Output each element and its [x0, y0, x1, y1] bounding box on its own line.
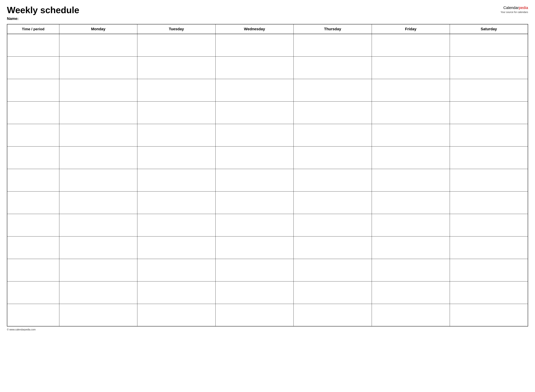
schedule-cell [450, 259, 528, 281]
schedule-cell [372, 34, 450, 56]
schedule-cell [450, 34, 528, 56]
table-row [7, 124, 528, 146]
schedule-cell [137, 191, 216, 214]
table-row [7, 214, 528, 236]
schedule-cell [59, 191, 137, 214]
schedule-cell [216, 56, 294, 79]
schedule-cell [294, 34, 372, 56]
schedule-cell [294, 304, 372, 326]
schedule-cell [294, 146, 372, 169]
schedule-cell [450, 191, 528, 214]
schedule-cell [450, 101, 528, 124]
schedule-cell [450, 214, 528, 236]
schedule-cell [216, 101, 294, 124]
schedule-cell [294, 259, 372, 281]
schedule-cell [294, 214, 372, 236]
schedule-cell [59, 146, 137, 169]
schedule-cell [450, 281, 528, 304]
time-cell [7, 169, 59, 191]
brand-name-part2: pedia [519, 5, 528, 10]
time-cell [7, 236, 59, 259]
schedule-cell [216, 191, 294, 214]
table-row [7, 79, 528, 101]
schedule-table: Time / period Monday Tuesday Wednesday T… [7, 24, 528, 327]
schedule-cell [450, 304, 528, 326]
schedule-cell [137, 79, 216, 101]
col-header-saturday: Saturday [450, 24, 528, 34]
schedule-cell [59, 259, 137, 281]
col-header-friday: Friday [372, 24, 450, 34]
brand-logo: Calendarpedia Your source for calendars [501, 5, 528, 14]
brand-name-part1: Calendar [503, 5, 519, 10]
schedule-cell [59, 101, 137, 124]
schedule-cell [216, 79, 294, 101]
schedule-cell [372, 169, 450, 191]
schedule-cell [137, 236, 216, 259]
time-cell [7, 56, 59, 79]
time-cell [7, 79, 59, 101]
table-header-row: Time / period Monday Tuesday Wednesday T… [7, 24, 528, 34]
time-cell [7, 191, 59, 214]
brand-tagline: Your source for calendars [501, 10, 528, 14]
table-row [7, 56, 528, 79]
footer: © www.calendarpedia.com [7, 328, 528, 331]
schedule-cell [59, 214, 137, 236]
schedule-cell [450, 79, 528, 101]
schedule-cell [137, 101, 216, 124]
schedule-cell [294, 101, 372, 124]
schedule-cell [450, 124, 528, 146]
schedule-cell [372, 191, 450, 214]
brand-name: Calendarpedia [501, 5, 528, 10]
time-cell [7, 146, 59, 169]
schedule-cell [59, 34, 137, 56]
schedule-cell [137, 169, 216, 191]
schedule-cell [216, 34, 294, 56]
page-title: Weekly schedule [7, 5, 79, 15]
schedule-cell [137, 304, 216, 326]
col-header-monday: Monday [59, 24, 137, 34]
table-row [7, 281, 528, 304]
schedule-cell [294, 169, 372, 191]
page-header: Weekly schedule Calendarpedia Your sourc… [7, 5, 528, 15]
time-cell [7, 304, 59, 326]
schedule-cell [372, 236, 450, 259]
schedule-cell [216, 124, 294, 146]
time-cell [7, 281, 59, 304]
time-cell [7, 101, 59, 124]
table-row [7, 191, 528, 214]
schedule-cell [216, 281, 294, 304]
schedule-cell [216, 169, 294, 191]
schedule-cell [59, 236, 137, 259]
col-header-tuesday: Tuesday [137, 24, 216, 34]
schedule-cell [372, 79, 450, 101]
schedule-cell [372, 281, 450, 304]
schedule-cell [59, 169, 137, 191]
schedule-cell [372, 304, 450, 326]
schedule-cell [216, 259, 294, 281]
schedule-cell [59, 56, 137, 79]
schedule-cell [372, 124, 450, 146]
schedule-cell [450, 236, 528, 259]
schedule-cell [294, 124, 372, 146]
schedule-cell [450, 56, 528, 79]
table-row [7, 259, 528, 281]
schedule-cell [372, 259, 450, 281]
table-row [7, 146, 528, 169]
schedule-cell [137, 259, 216, 281]
schedule-cell [216, 146, 294, 169]
schedule-cell [372, 56, 450, 79]
table-row [7, 101, 528, 124]
col-header-wednesday: Wednesday [216, 24, 294, 34]
schedule-cell [294, 236, 372, 259]
time-cell [7, 124, 59, 146]
schedule-cell [59, 281, 137, 304]
schedule-cell [137, 214, 216, 236]
time-cell [7, 34, 59, 56]
schedule-cell [450, 146, 528, 169]
schedule-cell [216, 304, 294, 326]
schedule-cell [59, 304, 137, 326]
col-header-thursday: Thursday [294, 24, 372, 34]
schedule-cell [137, 56, 216, 79]
schedule-cell [137, 281, 216, 304]
schedule-cell [372, 146, 450, 169]
